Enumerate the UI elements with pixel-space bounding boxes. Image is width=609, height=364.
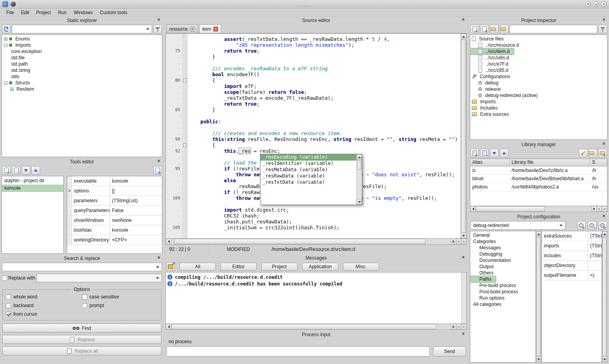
tool-prop-value[interactable]: <CFP> <box>110 235 162 245</box>
code-line[interactable]: return true; <box>189 101 460 107</box>
scroll-up-icon[interactable] <box>536 231 541 237</box>
replace-with-combo[interactable] <box>37 274 162 282</box>
tool-prop-value[interactable]: konsole <box>110 225 162 235</box>
filter-all[interactable]: All <box>180 263 216 271</box>
code-line[interactable] <box>189 60 460 66</box>
symbol-core-exception[interactable]: core.exception <box>2 48 162 55</box>
category-messages[interactable]: Messages <box>470 245 536 251</box>
category-others[interactable]: Others <box>470 270 536 276</box>
remove-library-button[interactable]: - <box>480 149 489 157</box>
column-library-file[interactable]: Library file <box>510 159 590 166</box>
menu-edit[interactable]: Edit <box>18 9 32 16</box>
tree-expander-icon[interactable]: + <box>4 37 7 41</box>
move-tool-down-button[interactable] <box>22 166 30 175</box>
tab-close-icon[interactable]: × <box>213 27 218 31</box>
config-prop-value[interactable] <box>588 261 602 270</box>
tool-prop-value[interactable]: konsole <box>110 176 162 186</box>
replace-button[interactable]: Replace <box>2 335 161 344</box>
code-line[interactable]: scope(failure) return false; <box>189 89 460 95</box>
close-icon[interactable]: × <box>601 214 607 219</box>
send-button[interactable]: Send <box>433 346 466 357</box>
tab-resource[interactable]: resource × <box>166 24 198 33</box>
hscroll-thumb[interactable] <box>174 239 426 244</box>
tab-close-icon[interactable]: × <box>190 27 195 31</box>
tool-konsole[interactable]: konsole <box>2 185 63 192</box>
inspector-item-debug-redirected-active[interactable]: debug-redirected (active) <box>470 92 607 99</box>
scroll-down-icon[interactable] <box>602 357 607 362</box>
option-backward[interactable]: backward <box>6 303 82 308</box>
completion-scrollbar[interactable] <box>356 154 362 205</box>
scroll-left-icon[interactable] <box>166 324 171 329</box>
vscroll-thumb[interactable] <box>461 40 466 232</box>
filter-editor[interactable]: Editor <box>220 263 257 271</box>
code-line[interactable]: } <box>189 54 460 60</box>
scroll-left-icon[interactable] <box>470 206 476 212</box>
inspector-item-release[interactable]: release <box>470 86 607 92</box>
process-input-field[interactable] <box>166 346 430 357</box>
close-icon[interactable]: × <box>460 331 466 337</box>
category-run-options[interactable]: Run options <box>470 295 536 301</box>
tab-item[interactable]: item × <box>199 24 222 33</box>
option-from-cursor[interactable]: from cursor <box>6 311 82 317</box>
message-row[interactable]: icompiling /.../build/resource.d.coedit <box>167 274 460 280</box>
config-prop-row-includes[interactable]: includes(TStringList) <box>542 251 602 261</box>
scroll-down-icon[interactable] <box>357 199 362 205</box>
tool-prop-row-toolalias[interactable]: toolAliaskonsole <box>67 225 162 235</box>
inspector-item-src-item-d[interactable]: ../src/item.d <box>470 48 514 55</box>
add-tool-button[interactable]: + <box>2 166 11 175</box>
code-line[interactable] <box>189 124 460 130</box>
code-line[interactable]: /// creates and encodes a new resource i… <box>189 130 460 136</box>
inspector-item-src-utils-d[interactable]: ../src/utils.d <box>470 55 607 61</box>
inspector-filter-button[interactable] <box>598 25 607 33</box>
menu-project[interactable]: Project <box>33 9 54 16</box>
next-button[interactable]: > <box>602 206 607 212</box>
category-pre-build-process[interactable]: Pre-build process <box>470 282 536 289</box>
previous-editor-button[interactable]: < <box>456 239 461 244</box>
tree-expander-icon[interactable]: - <box>4 44 7 47</box>
code-area[interactable]: assert(_resTxtData.length == _resRawData… <box>187 34 460 238</box>
completion-item[interactable]: _resMetaData (variable) <box>260 167 356 173</box>
filter-application[interactable]: Application <box>302 263 338 271</box>
inspector-item-imports[interactable]: Imports <box>470 99 607 105</box>
code-line[interactable]: { <box>189 142 460 148</box>
code-line[interactable]: /// encodes _resRawData to a e7F string <box>189 66 460 71</box>
option-prompt[interactable]: prompt <box>82 303 158 308</box>
remove-configuration-button[interactable]: - <box>588 221 596 230</box>
config-prop-row-objectdirectory[interactable]: objectDirectory <box>542 261 602 271</box>
close-icon[interactable]: × <box>601 17 607 23</box>
close-icon[interactable]: × <box>460 17 466 23</box>
code-line[interactable]: { <box>189 77 460 83</box>
filter-options-button[interactable] <box>153 25 162 33</box>
hscroll-thumb[interactable] <box>171 324 437 329</box>
library-row-iz[interactable]: iz/home/basile/Dev/Iz/lib/iz.a/h <box>470 166 607 175</box>
completion-item[interactable]: _resRawData (variable) <box>260 173 356 179</box>
inspector-item-src-e7f-d[interactable]: ../src/e7F.d <box>470 61 607 67</box>
fold-icon[interactable]: - <box>183 143 187 147</box>
open-library-folder-button[interactable] <box>589 149 597 157</box>
remove-tool-button[interactable]: - <box>12 166 20 175</box>
inspector-item-extra-sources[interactable]: Extra sources <box>470 111 607 117</box>
tool-prop-row-parameters[interactable]: parameters(TStringList) <box>67 196 162 206</box>
vscroll-thumb[interactable] <box>537 237 541 356</box>
close-icon[interactable]: × <box>156 17 161 23</box>
edit-library-button[interactable] <box>579 149 587 157</box>
tool-prop-value[interactable]: False <box>110 206 162 215</box>
code-editor[interactable]: ..75....80....85....90.92..95....100....… <box>165 33 467 239</box>
completion-item[interactable]: _resEncoding (variable) <box>260 154 356 161</box>
config-prop-value[interactable]: <( <box>588 271 602 280</box>
register-library-folder-button[interactable]: + <box>598 149 607 157</box>
menu-windows[interactable]: Windows <box>70 9 96 16</box>
inspector-item-configurations[interactable]: Configurations <box>470 73 607 80</box>
category-all-categories[interactable]: All categories <box>470 301 536 307</box>
scroll-up-icon[interactable] <box>602 231 607 237</box>
tool-prop-row-queryparameters[interactable]: queryParametersFalse <box>67 206 162 216</box>
column-source[interactable]: S <box>590 159 607 166</box>
inspector-item-src-resource-d[interactable]: ../src/resource.d <box>470 42 607 48</box>
inspector-item-debug[interactable]: debug <box>470 80 607 86</box>
refresh-symbols-button[interactable] <box>2 25 11 33</box>
messages-hscrollbar[interactable]: < > <box>165 324 467 330</box>
code-line[interactable]: public: <box>189 119 460 124</box>
scroll-up-icon[interactable] <box>357 154 362 160</box>
close-icon[interactable]: × <box>156 159 161 164</box>
window-menu-icon[interactable] <box>11 2 16 7</box>
